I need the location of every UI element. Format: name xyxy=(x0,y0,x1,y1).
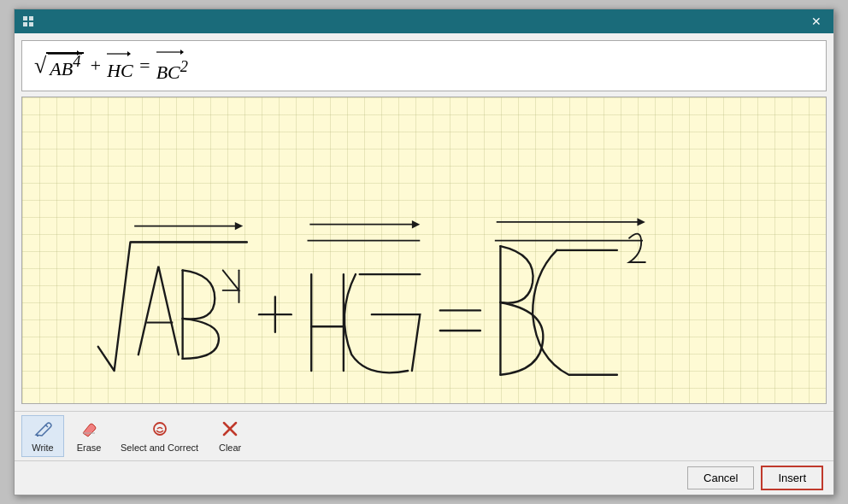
math-input-dialog: ✕ √ AB4 xyxy=(14,9,834,495)
clear-button[interactable]: Clear xyxy=(209,416,251,456)
svg-marker-24 xyxy=(637,219,645,226)
content-area: √ AB4 xyxy=(15,33,833,411)
write-tool-button[interactable]: Write xyxy=(21,415,64,457)
svg-marker-5 xyxy=(77,50,80,56)
svg-point-28 xyxy=(154,423,166,435)
title-bar: ✕ xyxy=(15,9,833,33)
write-label: Write xyxy=(32,442,53,453)
select-correct-label: Select and Correct xyxy=(121,442,198,453)
svg-rect-3 xyxy=(29,22,33,26)
select-correct-icon xyxy=(150,419,169,441)
svg-rect-0 xyxy=(23,16,27,21)
write-icon xyxy=(33,419,52,441)
svg-line-26 xyxy=(45,425,48,427)
dialog-icon xyxy=(21,15,35,28)
select-correct-button[interactable]: Select and Correct xyxy=(114,416,205,456)
svg-marker-18 xyxy=(412,220,420,228)
formula-text: √ AB4 xyxy=(34,48,188,84)
svg-marker-7 xyxy=(127,51,131,56)
handwriting-canvas[interactable] xyxy=(21,97,827,404)
svg-rect-1 xyxy=(29,16,33,21)
cancel-button[interactable]: Cancel xyxy=(687,466,754,489)
svg-rect-2 xyxy=(23,22,27,26)
svg-marker-9 xyxy=(180,50,184,55)
clear-icon xyxy=(221,419,239,441)
erase-tool-button[interactable]: Erase xyxy=(68,416,110,456)
close-button[interactable]: ✕ xyxy=(806,14,827,29)
bottom-bar: Cancel Insert xyxy=(15,460,833,495)
erase-icon xyxy=(80,419,98,441)
handwriting-svg xyxy=(22,97,826,403)
insert-button[interactable]: Insert xyxy=(761,466,823,490)
formula-preview: √ AB4 xyxy=(21,40,827,91)
toolbar: Write Erase Select and Correct xyxy=(15,411,833,460)
erase-label: Erase xyxy=(77,442,102,453)
clear-label: Clear xyxy=(219,442,241,453)
svg-marker-12 xyxy=(235,222,243,230)
